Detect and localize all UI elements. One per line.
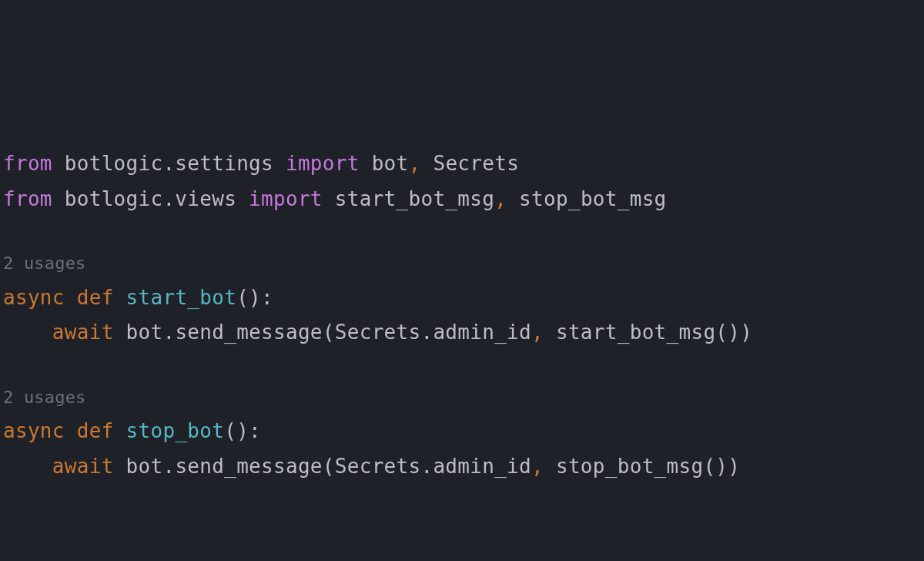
- comma: ,: [494, 187, 507, 210]
- keyword-import: import: [249, 187, 323, 210]
- keyword-from: from: [3, 187, 52, 210]
- keyword-from: from: [3, 152, 52, 175]
- usage-hint[interactable]: 2 usages: [3, 249, 921, 279]
- comma: ,: [409, 152, 421, 175]
- comma: ,: [531, 455, 544, 478]
- keyword-def: def: [77, 286, 126, 309]
- module-path: botlogic.settings: [52, 152, 286, 175]
- import-name: Secrets: [420, 152, 519, 175]
- code-line: async def stop_bot():: [3, 414, 921, 449]
- function-name: stop_bot: [126, 419, 225, 442]
- comma: ,: [531, 321, 544, 344]
- keyword-import: import: [286, 152, 360, 175]
- call-expression: bot.send_message(Secrets.admin_id: [114, 455, 531, 478]
- usage-hint[interactable]: 2 usages: [3, 383, 921, 413]
- code-line: from botlogic.settings import bot, Secre…: [3, 146, 921, 182]
- code-line: await bot.send_message(Secrets.admin_id,…: [3, 449, 921, 485]
- module-path: botlogic.views: [52, 187, 249, 210]
- import-name: stop_bot_msg: [507, 187, 666, 210]
- punctuation: ():: [224, 419, 261, 442]
- code-line: async def start_bot():: [3, 280, 921, 316]
- code-line: from botlogic.views import start_bot_msg…: [3, 182, 921, 217]
- code-line: await bot.send_message(Secrets.admin_id,…: [3, 315, 921, 351]
- import-name: start_bot_msg: [323, 187, 494, 210]
- call-expression: stop_bot_msg()): [544, 455, 740, 478]
- keyword-async: async: [3, 419, 77, 442]
- function-name: start_bot: [126, 286, 237, 309]
- keyword-async: async: [3, 286, 77, 309]
- keyword-await: await: [52, 321, 114, 344]
- keyword-def: def: [77, 419, 126, 442]
- code-editor[interactable]: from botlogic.settings import bot, Secre…: [3, 146, 921, 484]
- call-expression: bot.send_message(Secrets.admin_id: [114, 321, 531, 344]
- keyword-await: await: [52, 455, 114, 478]
- punctuation: ():: [236, 286, 273, 309]
- indent: [3, 455, 52, 478]
- call-expression: start_bot_msg()): [544, 321, 752, 344]
- import-name: bot: [360, 152, 409, 175]
- indent: [3, 321, 52, 344]
